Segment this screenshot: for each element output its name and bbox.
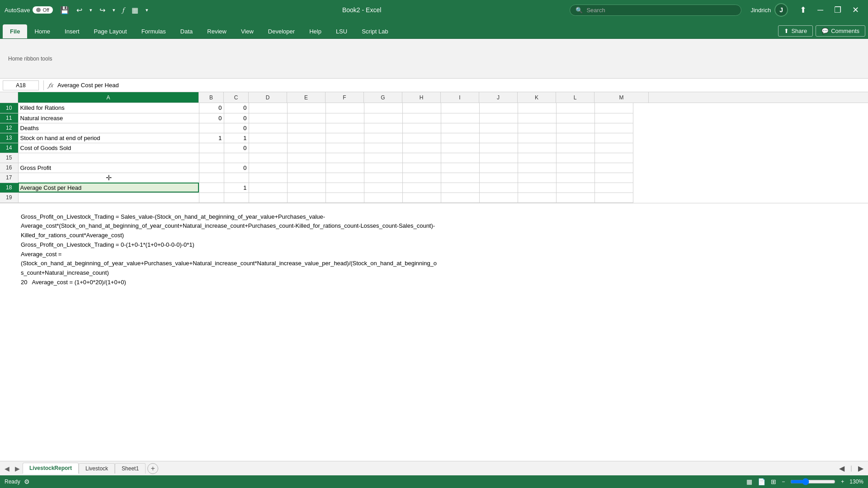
cell-i19[interactable] [441,192,479,202]
save-icon[interactable]: 💾 [57,4,72,16]
cell-d14[interactable] [249,143,287,153]
scroll-sheets-right[interactable]: ▶ [12,464,23,473]
cell-l12[interactable] [556,123,594,133]
cell-c15[interactable] [224,153,249,163]
cell-i13[interactable] [441,133,479,143]
cell-g15[interactable] [364,153,402,163]
page-layout-icon[interactable]: 📄 [758,478,765,485]
formula-fx-icon[interactable]: 𝑓𝑥 [48,81,53,89]
cell-g19[interactable] [364,192,402,202]
cell-k10[interactable] [518,103,556,113]
cell-m17[interactable] [594,173,633,183]
cell-l14[interactable] [556,143,594,153]
close-button[interactable]: ✕ [848,4,863,16]
undo-chevron-icon[interactable]: ▾ [87,5,95,15]
cell-j16[interactable] [479,163,518,173]
formula-icon[interactable]: 𝑓 [120,4,127,16]
cell-k13[interactable] [518,133,556,143]
cell-j15[interactable] [479,153,518,163]
sheet-tab-sheet1[interactable]: Sheet1 [115,463,146,474]
cell-b14[interactable] [199,143,224,153]
cell-l16[interactable] [556,163,594,173]
cell-f13[interactable] [326,133,364,143]
cell-b12[interactable] [199,123,224,133]
cell-m12[interactable] [594,123,633,133]
cell-j19[interactable] [479,192,518,202]
cell-h19[interactable] [402,192,441,202]
tab-help[interactable]: Help [302,24,329,38]
format-icon[interactable]: ▦ [129,4,141,16]
cell-a17[interactable]: ✛ [18,173,199,183]
cell-i18[interactable] [441,183,479,192]
cell-c10[interactable]: 0 [224,103,249,113]
cell-e18[interactable] [287,183,326,192]
tab-formulas[interactable]: Formulas [134,24,173,38]
tab-lsu[interactable]: LSU [329,24,354,38]
cell-l11[interactable] [556,113,594,123]
cell-f11[interactable] [326,113,364,123]
cell-d10[interactable] [249,103,287,113]
cell-e16[interactable] [287,163,326,173]
tab-review[interactable]: Review [200,24,234,38]
col-header-f[interactable]: F [326,92,364,103]
cell-i12[interactable] [441,123,479,133]
upload-icon[interactable]: ⬆ [795,4,811,16]
cell-i14[interactable] [441,143,479,153]
cell-f16[interactable] [326,163,364,173]
tab-view[interactable]: View [234,24,261,38]
autosave-toggle[interactable]: Off [33,6,52,14]
cell-b18[interactable] [199,183,224,192]
col-header-l[interactable]: L [556,92,594,103]
col-header-k[interactable]: K [518,92,556,103]
cell-c17[interactable] [224,173,249,183]
tab-page-layout[interactable]: Page Layout [87,24,134,38]
cell-m13[interactable] [594,133,633,143]
cell-e10[interactable] [287,103,326,113]
cell-d19[interactable] [249,192,287,202]
cell-a11[interactable]: Natural increase [18,113,199,123]
cell-j12[interactable] [479,123,518,133]
zoom-in-icon[interactable]: + [841,479,844,485]
minimize-button[interactable]: ─ [813,5,828,16]
search-box[interactable]: 🔍 [570,5,741,16]
cell-f10[interactable] [326,103,364,113]
page-break-icon[interactable]: ⊞ [771,478,776,485]
cell-i16[interactable] [441,163,479,173]
cell-a15[interactable] [18,153,199,163]
cell-i11[interactable] [441,113,479,123]
grid-view-icon[interactable]: ▦ [746,478,752,485]
cell-i10[interactable] [441,103,479,113]
cell-g17[interactable] [364,173,402,183]
cell-k12[interactable] [518,123,556,133]
cell-f17[interactable] [326,173,364,183]
cell-g12[interactable] [364,123,402,133]
cell-j11[interactable] [479,113,518,123]
cell-l19[interactable] [556,192,594,202]
cell-e11[interactable] [287,113,326,123]
cell-g14[interactable] [364,143,402,153]
cell-e19[interactable] [287,192,326,202]
cell-f18[interactable] [326,183,364,192]
cell-f19[interactable] [326,192,364,202]
cell-b17[interactable] [199,173,224,183]
cell-k16[interactable] [518,163,556,173]
cell-k11[interactable] [518,113,556,123]
tab-data[interactable]: Data [173,24,200,38]
cell-i17[interactable] [441,173,479,183]
cell-e14[interactable] [287,143,326,153]
cell-h10[interactable] [402,103,441,113]
cell-m10[interactable] [594,103,633,113]
cell-h17[interactable] [402,173,441,183]
cell-d18[interactable] [249,183,287,192]
cell-h14[interactable] [402,143,441,153]
col-header-b[interactable]: B [199,92,224,103]
cell-a14[interactable]: Cost of Goods Sold [18,143,199,153]
cell-c14[interactable]: 0 [224,143,249,153]
cell-e17[interactable] [287,173,326,183]
cell-a18[interactable]: Average Cost per Head [18,183,199,192]
sheet-tab-livestock[interactable]: Livestock [79,463,115,474]
sheet-tab-livestockreport[interactable]: LivestockReport [23,463,79,474]
cell-j14[interactable] [479,143,518,153]
tab-insert[interactable]: Insert [57,24,87,38]
cell-e15[interactable] [287,153,326,163]
